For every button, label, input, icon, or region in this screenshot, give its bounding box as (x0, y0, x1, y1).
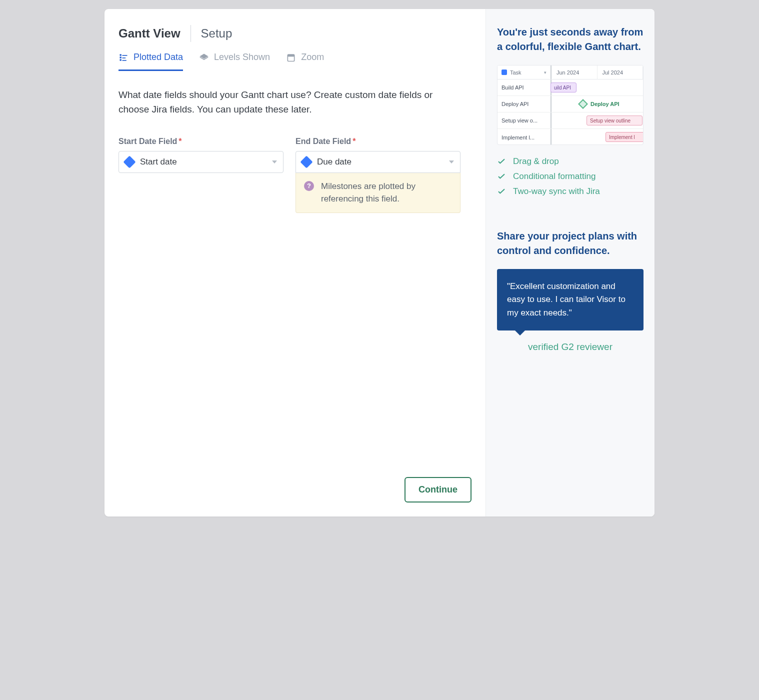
hint-text: Milestones are plotted by referencing th… (321, 180, 452, 206)
tab-label: Zoom (301, 52, 324, 62)
quote-tail-icon (515, 330, 525, 336)
feature-list: Drag & drop Conditional formatting Two-w… (497, 154, 644, 199)
svg-rect-2 (120, 59, 122, 60)
quote-text: "Excellent customization and easy to use… (507, 282, 626, 318)
end-date-label: End Date Field* (296, 137, 460, 146)
layers-icon (199, 52, 209, 62)
preview-task-header: Task ▾ (498, 66, 552, 79)
svg-rect-7 (288, 54, 294, 56)
preview-bar: uild API (550, 82, 576, 92)
left-panel: Gantt View Setup Plotted Data Levels Sho… (104, 9, 486, 516)
chevron-down-icon (449, 160, 454, 164)
select-value: Due date (317, 157, 443, 167)
label-text: End Date Field (296, 137, 351, 146)
tabs: Plotted Data Levels Shown Zoom (118, 52, 472, 72)
svg-rect-0 (120, 54, 122, 56)
page-subtitle: Setup (201, 26, 232, 40)
select-value: Start date (140, 157, 266, 167)
chevron-down-icon (272, 160, 277, 164)
start-date-field-group: Start Date Field* Start date (118, 137, 284, 213)
right-panel: You're just seconds away from a colorful… (486, 9, 654, 516)
footer: Continue (404, 477, 472, 502)
check-icon (497, 174, 506, 180)
gantt-preview: Task ▾ Jun 2024 Jul 2024 Build API uild … (497, 65, 644, 145)
preview-month: Jul 2024 (598, 66, 644, 79)
feature-item: Conditional formatting (497, 169, 644, 184)
tab-zoom[interactable]: Zoom (286, 52, 324, 71)
preview-bar: Implement l (606, 132, 644, 142)
header: Gantt View Setup (118, 25, 472, 42)
sidebar-heading-2: Share your project plans with control an… (497, 229, 644, 258)
check-icon (497, 158, 506, 164)
preview-row: Implement l... Implement l (498, 129, 643, 145)
required-marker: * (352, 137, 356, 146)
svg-rect-4 (122, 58, 126, 58)
continue-button[interactable]: Continue (404, 477, 472, 502)
check-icon (497, 188, 506, 194)
plotted-data-icon (118, 52, 128, 62)
preview-header: Task ▾ Jun 2024 Jul 2024 (498, 66, 643, 80)
help-icon: ? (304, 181, 314, 191)
divider (190, 25, 191, 42)
preview-row-label: Build API (498, 80, 552, 96)
feature-text: Drag & drop (513, 156, 559, 166)
start-date-label: Start Date Field* (118, 137, 284, 146)
tab-levels-shown[interactable]: Levels Shown (199, 52, 270, 71)
setup-modal: Gantt View Setup Plotted Data Levels Sho… (104, 9, 654, 516)
description-text: What date fields should your Gantt chart… (118, 88, 448, 117)
preview-milestone-label: Deploy API (590, 101, 620, 107)
task-header-label: Task (510, 70, 522, 76)
page-title: Gantt View (118, 26, 180, 40)
end-date-select[interactable]: Due date (296, 151, 460, 173)
feature-item: Two-way sync with Jira (497, 184, 644, 199)
testimonial-quote: "Excellent customization and easy to use… (497, 269, 644, 330)
preview-row: Deploy API Deploy API (498, 96, 643, 112)
preview-row-label: Deploy API (498, 96, 552, 112)
svg-rect-5 (122, 60, 126, 61)
tab-label: Plotted Data (134, 52, 183, 62)
calendar-icon (286, 52, 296, 62)
required-marker: * (178, 137, 182, 146)
task-square-icon (502, 70, 507, 75)
tab-label: Levels Shown (214, 52, 270, 62)
feature-text: Conditional formatting (513, 172, 596, 182)
start-date-select[interactable]: Start date (118, 151, 284, 173)
preview-bar: Setup view outline (586, 116, 642, 126)
preview-row: Setup view o... Setup view outline (498, 112, 643, 129)
label-text: Start Date Field (118, 137, 177, 146)
preview-row-label: Setup view o... (498, 112, 552, 128)
tab-plotted-data[interactable]: Plotted Data (118, 52, 183, 71)
reviewer-attribution: verified G2 reviewer (497, 342, 644, 352)
preview-month: Jun 2024 (552, 66, 598, 79)
milestone-icon (578, 99, 588, 109)
feature-text: Two-way sync with Jira (513, 186, 600, 196)
diamond-icon (300, 156, 312, 168)
feature-item: Drag & drop (497, 154, 644, 169)
preview-row: Build API uild API (498, 80, 643, 96)
fields-row: Start Date Field* Start date End Date Fi… (118, 137, 472, 213)
milestone-hint: ? Milestones are plotted by referencing … (296, 173, 460, 213)
sidebar-heading-1: You're just seconds away from a colorful… (497, 25, 644, 54)
preview-row-label: Implement l... (498, 129, 552, 145)
svg-rect-1 (120, 56, 122, 58)
end-date-field-group: End Date Field* Due date ? Milestones ar… (296, 137, 460, 213)
svg-rect-3 (122, 55, 128, 56)
chevron-down-icon: ▾ (544, 70, 546, 75)
diamond-icon (123, 156, 136, 168)
